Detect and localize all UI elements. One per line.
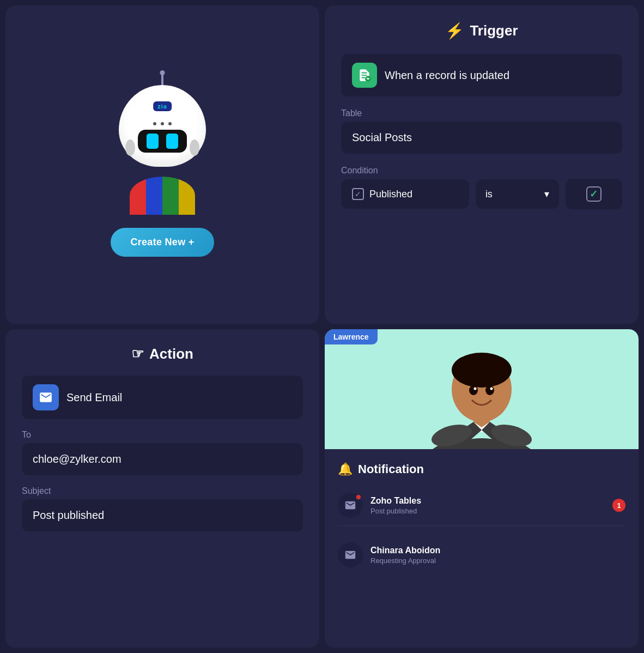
robot-eye-right xyxy=(166,134,178,149)
trigger-when-row[interactable]: When a record is updated xyxy=(341,54,622,96)
robot-ear-left xyxy=(125,140,135,156)
notif-sub-1: Post published xyxy=(370,507,605,515)
lightning-icon: ⚡ xyxy=(445,22,464,40)
body-seg-yellow xyxy=(179,177,195,215)
trigger-type-icon xyxy=(352,63,377,88)
zia-badge: zia xyxy=(153,101,172,111)
to-value[interactable]: chloe@zylker.com xyxy=(22,443,303,475)
notif-sub-2: Requesting Approval xyxy=(370,557,625,565)
person-photo-area: Lawrence xyxy=(325,329,639,449)
svg-point-13 xyxy=(490,388,493,390)
when-record-updated-text: When a record is updated xyxy=(385,69,509,82)
notification-title: 🔔 Notification xyxy=(338,462,625,476)
condition-operator-select[interactable]: is ▾ xyxy=(476,179,559,209)
trigger-panel: ⚡ Trigger When a record is updated Table… xyxy=(325,5,639,324)
checkmark-icon: ✓ xyxy=(586,186,602,202)
trigger-title: ⚡ Trigger xyxy=(341,22,622,40)
subject-field-group: Subject Post published xyxy=(22,486,303,531)
svg-point-10 xyxy=(469,385,478,395)
svg-point-12 xyxy=(474,388,477,390)
notif-name-1: Zoho Tables xyxy=(370,496,605,506)
notif-name-2: Chinara Aboidon xyxy=(370,546,625,555)
mail-icon-zoho xyxy=(344,499,356,511)
notif-avatar-chinara xyxy=(338,542,363,567)
person-name-badge: Lawrence xyxy=(325,329,378,344)
action-label: Action xyxy=(149,346,193,362)
notification-item-2[interactable]: Chinara Aboidon Requesting Approval xyxy=(338,535,625,575)
condition-field-published[interactable]: Published xyxy=(341,179,469,209)
subject-value[interactable]: Post published xyxy=(22,499,303,531)
svg-point-11 xyxy=(485,385,494,395)
condition-label: Condition xyxy=(341,166,622,176)
notif-avatar-zoho xyxy=(338,493,363,518)
record-update-icon xyxy=(357,68,372,82)
notification-panel: Lawrence xyxy=(325,329,639,648)
notification-item-1[interactable]: Zoho Tables Post published 1 xyxy=(338,485,625,526)
body-seg-green xyxy=(162,177,179,215)
condition-row: Published is ▾ ✓ xyxy=(341,179,622,209)
mail-icon-chinara xyxy=(344,549,356,561)
operator-text: is xyxy=(485,189,493,200)
to-label: To xyxy=(22,430,303,440)
table-field-group: Table Social Posts xyxy=(341,108,622,154)
send-email-text: Send Email xyxy=(66,391,122,404)
robot-panel: zia Create New + xyxy=(5,5,319,324)
checkbox-icon xyxy=(352,188,364,200)
bell-icon: 🔔 xyxy=(338,462,353,476)
unread-dot-1 xyxy=(355,494,362,500)
antenna-dot xyxy=(160,70,165,75)
notification-label: Notification xyxy=(358,462,424,476)
table-value[interactable]: Social Posts xyxy=(341,122,622,154)
action-hand-icon: ☞ xyxy=(131,346,144,362)
robot-screen xyxy=(138,130,187,153)
notif-text-1: Zoho Tables Post published xyxy=(370,496,605,515)
body-seg-red xyxy=(130,177,146,215)
email-icon xyxy=(33,384,59,410)
table-label: Table xyxy=(341,108,622,118)
condition-field-text: Published xyxy=(369,189,412,200)
create-new-button[interactable]: Create New + xyxy=(111,228,214,257)
body-seg-blue xyxy=(146,177,162,215)
condition-true-value[interactable]: ✓ xyxy=(566,179,622,209)
notif-text-2: Chinara Aboidon Requesting Approval xyxy=(370,546,625,565)
svg-point-3 xyxy=(452,353,512,388)
trigger-label: Trigger xyxy=(470,22,518,39)
robot-body xyxy=(130,177,195,215)
chevron-down-icon: ▾ xyxy=(544,188,549,200)
action-title: ☞ Action xyxy=(22,346,303,362)
robot-dots xyxy=(153,122,172,125)
send-email-row[interactable]: Send Email xyxy=(22,376,303,419)
robot-illustration: zia xyxy=(102,73,222,215)
notif-badge-1: 1 xyxy=(612,499,625,512)
email-envelope-icon xyxy=(39,390,53,404)
robot-eye-left xyxy=(147,134,159,149)
to-field-group: To chloe@zylker.com xyxy=(22,430,303,475)
robot-head: zia xyxy=(119,85,206,167)
condition-field-group: Condition Published is ▾ ✓ xyxy=(341,166,622,209)
robot-ear-right xyxy=(190,140,199,156)
person-illustration xyxy=(325,329,639,449)
action-panel: ☞ Action Send Email To chloe@zylker.com … xyxy=(5,329,319,648)
notification-content: 🔔 Notification Zoho Tables Post publishe… xyxy=(325,449,639,648)
subject-label: Subject xyxy=(22,486,303,496)
